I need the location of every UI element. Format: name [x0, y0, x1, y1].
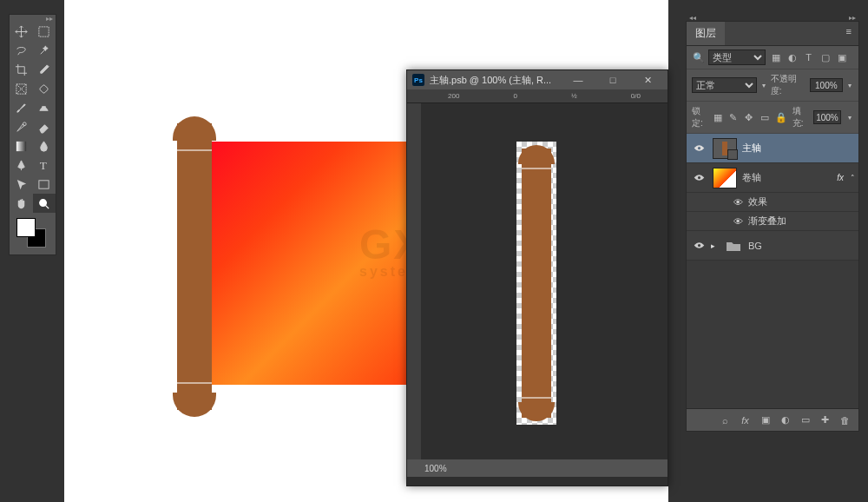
layer-row[interactable]: ▸ BG [687, 231, 858, 261]
layer-name: 卷轴 [742, 171, 837, 184]
fill-value[interactable]: 100% [813, 110, 841, 124]
panel-menu-button[interactable]: ≡ [839, 22, 858, 45]
link-layers-icon[interactable]: ⌕ [719, 413, 732, 426]
magic-wand-tool[interactable] [33, 41, 56, 60]
layer-thumbnail [713, 168, 737, 188]
tab-layers[interactable]: 图层 [687, 22, 725, 45]
brush-tool[interactable] [10, 98, 33, 117]
layer-row[interactable]: 主轴 [687, 134, 858, 163]
layer-mask-icon[interactable]: ▣ [759, 413, 772, 426]
filter-type-icon[interactable]: T [802, 51, 815, 64]
lock-artboard-icon[interactable]: ▭ [760, 111, 770, 124]
delete-layer-icon[interactable]: 🗑 [838, 413, 852, 426]
lock-pixels-icon[interactable]: ✎ [728, 111, 739, 124]
filter-adjust-icon[interactable]: ◐ [786, 51, 799, 64]
minimize-button[interactable]: — [563, 70, 593, 89]
layers-footer: ⌕ fx ▣ ◐ ▭ ✚ 🗑 [687, 408, 858, 431]
eye-icon[interactable]: 👁 [733, 216, 743, 227]
group-icon[interactable]: ▭ [799, 413, 812, 426]
lock-transparency-icon[interactable]: ▦ [713, 111, 723, 124]
svg-rect-0 [39, 26, 49, 36]
svg-rect-4 [16, 141, 26, 150]
fx-label-row[interactable]: 👁效果 [687, 193, 858, 212]
layers-panel: 图层 ≡ 🔍 类型 ▦ ◐ T ▢ ▣ 正常 ▾ 不透明度: 100% ▾ 锁定… [686, 21, 859, 432]
rectangle-tool[interactable] [33, 175, 56, 194]
filter-shape-icon[interactable]: ▢ [819, 51, 832, 64]
chevron-right-icon[interactable]: ▸ [707, 241, 719, 250]
svg-rect-8 [722, 142, 727, 155]
zoom-tool[interactable] [33, 194, 56, 213]
fx-badge[interactable]: fx [837, 173, 847, 182]
smartobject-canvas[interactable] [407, 103, 667, 459]
maximize-button[interactable]: □ [598, 70, 628, 89]
tools-panel-grip[interactable]: ▸▸ [10, 15, 56, 22]
chevron-down-icon[interactable]: ▾ [846, 114, 853, 122]
move-tool[interactable] [10, 22, 33, 41]
history-brush-tool[interactable] [10, 117, 33, 136]
blend-row: 正常 ▾ 不透明度: 100% ▾ [687, 69, 858, 102]
panel-grip[interactable]: ◂◂▸▸ [686, 14, 859, 21]
layer-thumbnail [713, 138, 737, 159]
blur-tool[interactable] [33, 136, 56, 155]
hand-tool[interactable] [10, 194, 33, 213]
filter-pixel-icon[interactable]: ▦ [769, 51, 782, 64]
layers-empty-area [687, 261, 858, 408]
opacity-value[interactable]: 100% [810, 78, 843, 92]
scroll-rod-left [177, 123, 212, 410]
lock-all-icon[interactable]: 🔒 [775, 111, 787, 124]
clone-stamp-tool[interactable] [33, 98, 56, 117]
svg-rect-1 [16, 83, 26, 93]
layer-style-icon[interactable]: fx [739, 413, 752, 426]
scroll-rod-shape [522, 149, 551, 418]
crop-tool[interactable] [10, 60, 33, 79]
tools-panel: ▸▸ T [9, 14, 56, 255]
eye-icon[interactable]: 👁 [733, 197, 743, 208]
type-tool[interactable]: T [33, 155, 56, 175]
window-titlebar[interactable]: Ps 主轴.psb @ 100% (主轴, R... — □ ✕ [407, 70, 667, 89]
lock-row: 锁定: ▦ ✎ ✥ ▭ 🔒 填充: 100% ▾ [687, 102, 858, 134]
ps-app-icon: Ps [412, 74, 424, 86]
eraser-tool[interactable] [33, 117, 56, 136]
fill-label: 填充: [792, 105, 808, 129]
svg-text:T: T [40, 159, 47, 172]
layer-name: 主轴 [742, 142, 858, 155]
lock-position-icon[interactable]: ✥ [744, 111, 754, 124]
filter-kind-select[interactable]: 类型 [708, 50, 766, 65]
chevron-up-icon[interactable]: ˄ [847, 174, 858, 182]
chevron-down-icon[interactable]: ▾ [846, 82, 853, 89]
new-layer-icon[interactable]: ✚ [819, 413, 832, 426]
foreground-color-swatch[interactable] [16, 218, 36, 237]
visibility-toggle[interactable] [690, 142, 707, 154]
marquee-tool[interactable] [33, 22, 56, 41]
layer-name: BG [748, 241, 858, 251]
svg-rect-2 [39, 84, 49, 94]
visibility-toggle[interactable] [690, 172, 707, 183]
chevron-down-icon[interactable]: ▾ [760, 82, 767, 89]
status-bar: 100% [407, 459, 667, 477]
blend-mode-select[interactable]: 正常 [692, 77, 757, 93]
pen-tool[interactable] [10, 155, 33, 175]
lasso-tool[interactable] [10, 41, 33, 60]
fx-item-row[interactable]: 👁渐变叠加 [687, 212, 858, 231]
layer-row[interactable]: 卷轴 fx ˄ [687, 163, 858, 193]
gradient-tool[interactable] [10, 136, 33, 155]
close-button[interactable]: ✕ [633, 70, 662, 89]
smartobject-window: Ps 主轴.psb @ 100% (主轴, R... — □ ✕ 2000½0/… [406, 69, 668, 486]
search-icon[interactable]: 🔍 [692, 51, 705, 64]
layer-list: 主轴 卷轴 fx ˄ 👁效果 👁渐变叠加 ▸ BG [687, 134, 858, 408]
adjustment-layer-icon[interactable]: ◐ [779, 413, 792, 426]
window-title: 主轴.psb @ 100% (主轴, R... [430, 74, 558, 87]
visibility-toggle[interactable] [690, 240, 707, 251]
color-swatches[interactable] [10, 213, 56, 254]
ruler-horizontal: 2000½0/0 [407, 89, 667, 103]
frame-tool[interactable] [10, 79, 33, 98]
folder-icon [724, 238, 743, 254]
layers-panel-wrap: ◂◂▸▸ 图层 ≡ 🔍 类型 ▦ ◐ T ▢ ▣ 正常 ▾ 不透明度: 100%… [686, 14, 859, 432]
healing-brush-tool[interactable] [33, 79, 56, 98]
eyedropper-tool[interactable] [33, 60, 56, 79]
lock-label: 锁定: [692, 105, 707, 129]
svg-point-7 [40, 199, 47, 206]
filter-smart-icon[interactable]: ▣ [835, 51, 848, 64]
opacity-label: 不透明度: [771, 73, 806, 97]
path-select-tool[interactable] [10, 175, 33, 194]
